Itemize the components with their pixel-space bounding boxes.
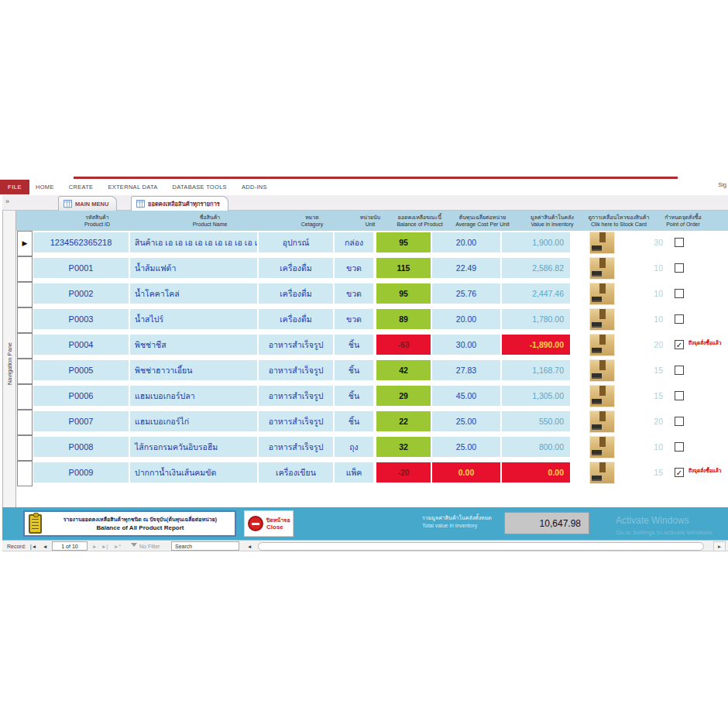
column-header-clik-here-to-stock-card[interactable]: ดูการเคลื่อนไหวของสินค้าClik here to Sto… bbox=[586, 211, 651, 231]
hscroll-left-arrow[interactable]: ◄ bbox=[247, 542, 252, 551]
stock-card-box-icon[interactable] bbox=[589, 359, 615, 382]
column-header-value-in-inventory[interactable]: มูลค่าสินค้าในคลังValue in inventory bbox=[517, 211, 588, 231]
record-selector[interactable] bbox=[17, 384, 33, 410]
ribbon-tab-external-data[interactable]: EXTERNAL DATA bbox=[108, 184, 157, 191]
unit-cell: ขวด bbox=[335, 283, 373, 304]
record-selector[interactable] bbox=[17, 282, 33, 307]
record-navigation-bar: Record: |◄ ◄ 1 of 10 ► ►| ►* No Filter S… bbox=[2, 540, 728, 551]
balance-cell: 95 bbox=[376, 283, 431, 304]
stock-card-box-icon[interactable] bbox=[589, 462, 615, 484]
activate-windows-watermark-line2: Go to Settings to activate Windows. bbox=[616, 529, 713, 536]
balance-report-button[interactable]: รายงานยอดคงเหลือสินค้าทุกชนิด ณ ปัจจุบัน… bbox=[23, 510, 236, 537]
record-selector[interactable] bbox=[17, 359, 33, 384]
table-row: P0001น้ำส้มแฟต้าเครื่องดื่มขวด11522.492,… bbox=[0, 256, 728, 282]
nav-pane-expand-button[interactable]: » bbox=[5, 197, 9, 205]
search-input[interactable]: Search bbox=[171, 541, 239, 551]
footer-bar: รายงานยอดคงเหลือสินค้าทุกชนิด ณ ปัจจุบัน… bbox=[2, 507, 728, 540]
order-point-checkbox[interactable]: ✓ bbox=[675, 340, 684, 349]
record-selector[interactable] bbox=[17, 307, 33, 333]
ribbon-tab-home[interactable]: HOME bbox=[36, 184, 54, 191]
total-value-label: รวมมูลค่าสินค้าในคลังทั้งหมด Total value… bbox=[422, 514, 492, 530]
product-id-cell: P0002 bbox=[33, 283, 129, 304]
header-english-label: Clik here to Stock Card bbox=[586, 221, 651, 228]
stock-card-box-icon[interactable] bbox=[589, 436, 615, 458]
new-record-button[interactable]: ►* bbox=[114, 542, 121, 551]
point-of-order-value: 10 bbox=[632, 437, 663, 457]
product-name-cell: พิชช่าชีส bbox=[130, 335, 257, 355]
unit-cell: ขวด bbox=[335, 309, 373, 329]
stock-card-box-icon[interactable] bbox=[589, 385, 615, 407]
no-filter-indicator[interactable]: No Filter bbox=[139, 542, 160, 551]
order-point-checkbox[interactable] bbox=[675, 314, 684, 324]
column-header-cetagory[interactable]: หมวดCetagory bbox=[275, 211, 349, 231]
stock-card-box-icon[interactable] bbox=[589, 232, 615, 254]
order-point-checkbox[interactable] bbox=[675, 238, 684, 247]
category-cell: เครื่องดื่ม bbox=[259, 258, 333, 278]
close-button[interactable]: ปิดหน้าจอ Close bbox=[244, 510, 294, 537]
stock-card-box-icon[interactable] bbox=[589, 308, 615, 331]
last-record-button[interactable]: ►| bbox=[101, 542, 108, 551]
point-of-order-value: 20 bbox=[632, 335, 663, 355]
table-row: P0004พิชช่าชีสอาหารสำเร็จรูปชิ้น-6330.00… bbox=[0, 333, 728, 359]
order-point-checkbox[interactable] bbox=[675, 417, 684, 426]
balance-cell: 22 bbox=[376, 411, 431, 431]
next-record-button[interactable]: ► bbox=[92, 542, 97, 551]
column-header-average-cost-per-unit[interactable]: ต้นทุนเฉลี่ยต่อหน่วยAverage Cost Per Uni… bbox=[447, 211, 518, 231]
tab-balance-report[interactable]: ยอดคงเหลือสินค้าทุกรายการ bbox=[131, 196, 228, 211]
product-id-cell: 1234562365218 bbox=[33, 232, 129, 252]
tab-main-menu[interactable]: MAIN MENU bbox=[58, 196, 117, 211]
product-id-cell: P0009 bbox=[33, 462, 129, 482]
header-thai-label: ชื่อสินค้า bbox=[146, 214, 273, 221]
inventory-value-cell: 1,305.00 bbox=[502, 386, 570, 406]
order-point-checkbox[interactable] bbox=[675, 366, 684, 375]
order-point-alert-text: ถึงจุดสั่งซื้อแล้ว bbox=[689, 339, 721, 347]
horizontal-scrollbar[interactable] bbox=[258, 542, 704, 551]
order-point-checkbox[interactable]: ✓ bbox=[675, 468, 684, 477]
record-selector[interactable] bbox=[17, 461, 33, 486]
record-selector[interactable] bbox=[17, 333, 33, 359]
filter-icon bbox=[131, 543, 137, 547]
record-selector[interactable] bbox=[17, 256, 33, 282]
column-header-product-id[interactable]: รหัสสินค้าProduct ID bbox=[50, 211, 145, 231]
order-point-checkbox[interactable] bbox=[675, 442, 684, 452]
record-selector[interactable] bbox=[17, 410, 33, 435]
ribbon-tab-strip: HOMECREATEEXTERNAL DATADATABASE TOOLSADD… bbox=[36, 180, 267, 194]
order-point-checkbox[interactable] bbox=[675, 391, 684, 400]
column-header-balance-of-product[interactable]: ยอดคงเหลือขณะนี้Balance of Product bbox=[385, 211, 455, 231]
order-point-checkbox[interactable] bbox=[675, 263, 684, 273]
unit-cell: ถุง bbox=[335, 437, 373, 457]
previous-record-button[interactable]: ◄ bbox=[43, 542, 47, 551]
file-tab[interactable]: FILE bbox=[0, 180, 29, 194]
order-point-checkbox[interactable] bbox=[675, 289, 684, 298]
ribbon-tab-database-tools[interactable]: DATABASE TOOLS bbox=[173, 184, 227, 191]
ribbon-tab-create[interactable]: CREATE bbox=[69, 184, 94, 191]
balance-cell: 95 bbox=[376, 232, 431, 252]
ribbon-tab-add-ins[interactable]: ADD-INS bbox=[242, 184, 267, 191]
stock-card-box-icon[interactable] bbox=[589, 410, 615, 433]
unit-cell: ชิ้น bbox=[335, 360, 373, 380]
sign-in-text[interactable]: Sig bbox=[718, 181, 726, 188]
record-position-box[interactable]: 1 of 10 bbox=[52, 541, 88, 551]
unit-cell: แพ็ค bbox=[335, 462, 373, 482]
tab-main-menu-label: MAIN MENU bbox=[75, 201, 108, 208]
column-header-product-name[interactable]: ชื่อสินค้าProduct Name bbox=[146, 211, 273, 231]
record-selector[interactable]: ▶ bbox=[17, 231, 33, 256]
average-cost-cell: 30.00 bbox=[432, 335, 500, 355]
header-thai-label: กำหนดจุดสั่งซื้อ bbox=[650, 214, 716, 221]
first-record-button[interactable]: |◄ bbox=[30, 542, 36, 551]
stock-card-box-icon[interactable] bbox=[589, 257, 615, 280]
average-cost-cell: 27.83 bbox=[432, 360, 500, 380]
unit-cell: ชิ้น bbox=[335, 386, 373, 406]
header-english-label: Point of Order bbox=[650, 221, 716, 228]
inventory-value-cell: 1,168.70 bbox=[502, 360, 570, 380]
stock-card-box-icon[interactable] bbox=[589, 283, 615, 305]
column-header-unit[interactable]: หน่วยนับUnit bbox=[351, 211, 390, 231]
header-thai-label: ต้นทุนเฉลี่ยต่อหน่วย bbox=[447, 214, 518, 221]
stock-card-box-icon[interactable] bbox=[589, 334, 615, 356]
hscroll-right-arrow[interactable]: ► bbox=[713, 541, 726, 551]
total-value-field: 10,647.98 bbox=[504, 512, 589, 534]
record-selector[interactable] bbox=[17, 435, 33, 461]
balance-cell: 115 bbox=[376, 258, 431, 278]
column-header-point-of-order[interactable]: กำหนดจุดสั่งซื้อPoint of Order bbox=[650, 211, 716, 231]
product-id-cell: P0007 bbox=[33, 411, 129, 431]
